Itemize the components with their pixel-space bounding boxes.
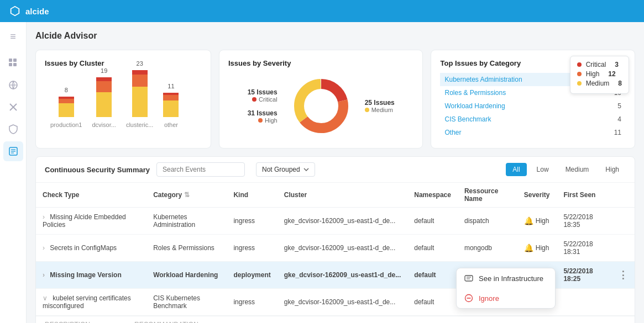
legend-critical: Critical 3	[577, 61, 622, 68]
context-infrastructure-label: See in Infrastructure	[479, 274, 543, 283]
bar-stack-3	[132, 70, 148, 117]
expand-icon-3[interactable]: ›	[43, 271, 45, 279]
col-namespace: Namespace	[407, 183, 458, 208]
legend-high: High 12	[577, 70, 622, 78]
filter-buttons: All Low Medium High	[506, 163, 626, 176]
desc-label: DESCRIPTION	[45, 321, 90, 323]
table-row[interactable]: › Secrets in ConfigMaps Roles & Permissi…	[36, 235, 635, 262]
sidebar-item-advisor[interactable]	[3, 141, 23, 161]
issues-by-category-card: Top Issues by Category Critical 3 High 1…	[431, 50, 635, 149]
context-see-infrastructure[interactable]: See in Infrastructure	[457, 268, 555, 288]
bar-critical-2	[96, 77, 112, 81]
right-labels: 25 Issues Medium	[365, 99, 395, 113]
infrastructure-icon	[464, 274, 473, 283]
page-title-row: Alcide Advisor	[35, 31, 635, 41]
integrations-icon	[8, 102, 18, 112]
sidebar-item-security[interactable]	[3, 119, 23, 139]
dashboard-icon	[8, 58, 18, 68]
bar-high-2	[96, 81, 112, 92]
col-category[interactable]: Category ⇅	[146, 183, 227, 208]
col-actions	[611, 183, 635, 208]
svg-rect-1	[13, 59, 17, 62]
bar-high-1	[59, 99, 74, 103]
bar-medium-1	[59, 103, 74, 117]
logo-icon	[9, 5, 21, 17]
sidebar-item-network[interactable]	[3, 75, 23, 95]
sidebar-item-menu[interactable]: ≡	[3, 27, 23, 46]
filter-medium-button[interactable]: Medium	[559, 163, 596, 176]
context-menu: See in Infrastructure Ignore	[456, 268, 556, 309]
cat-row-5[interactable]: Other 11	[440, 126, 626, 139]
col-severity: Severity	[517, 183, 557, 208]
row-actions-button[interactable]: ⋮	[618, 269, 628, 280]
sidebar: ≡	[0, 22, 27, 323]
sidebar-item-dashboard[interactable]	[3, 53, 23, 73]
severity-chart-title: Issues by Severity	[228, 59, 414, 67]
bar-group-2[interactable]: 19 dcvisor...	[92, 67, 116, 128]
svg-rect-0	[9, 59, 12, 62]
label-critical: 15 Issues Critical	[248, 88, 278, 103]
logo: alcide	[9, 5, 49, 17]
left-labels: 15 Issues Critical 31 Issues High	[248, 88, 278, 124]
legend-tooltip: Critical 3 High 12 Medium 8	[570, 56, 629, 94]
network-icon	[8, 80, 18, 90]
table-row[interactable]: › Missing Alcide Embedded Policies Kuber…	[36, 208, 635, 235]
expand-icon-2[interactable]: ›	[43, 244, 45, 252]
expand-icon-4[interactable]: ∨	[43, 294, 48, 302]
summary-title: Continuous Security Summary	[45, 166, 150, 174]
svg-rect-2	[9, 63, 12, 66]
topbar: alcide	[0, 0, 644, 22]
table-header: Check Type Category ⇅ Kind Cluster Names…	[36, 183, 635, 208]
advisor-icon	[8, 146, 18, 156]
bar-stack-1	[59, 97, 74, 117]
label-high: 31 Issues High	[248, 109, 278, 124]
svg-rect-16	[465, 276, 473, 281]
groupby-button[interactable]: Not Grouped	[256, 162, 315, 177]
page-title: Alcide Advisor	[35, 31, 97, 41]
col-resource: Ressource Name	[458, 183, 517, 208]
bar-stack-2	[96, 77, 112, 117]
bar-medium-4	[163, 100, 179, 117]
bar-medium-2	[96, 92, 112, 117]
filter-high-button[interactable]: High	[599, 163, 626, 176]
context-ignore-label: Ignore	[479, 294, 499, 303]
bar-high-3	[132, 75, 148, 87]
legend-medium: Medium 8	[577, 80, 622, 87]
bar-critical-3	[132, 70, 148, 75]
col-firstseen: First Seen	[557, 183, 611, 208]
bar-medium-3	[132, 87, 148, 117]
col-kind: Kind	[227, 183, 277, 208]
context-ignore[interactable]: Ignore	[457, 288, 555, 308]
bar-chart: 8 production1 19	[45, 73, 202, 128]
severity-high-2: 🔔 High	[524, 243, 551, 252]
cluster-chart-title: Issues by Cluster	[45, 59, 202, 67]
bar-group-1[interactable]: 8 production1	[50, 87, 82, 128]
filter-all-button[interactable]: All	[506, 163, 526, 176]
bar-group-4[interactable]: 11 other	[163, 83, 179, 128]
shield-icon	[8, 124, 18, 134]
svg-rect-3	[13, 63, 17, 66]
bar-stack-4	[163, 93, 179, 117]
charts-row: Issues by Cluster 8 production1	[35, 50, 635, 149]
cat-row-3[interactable]: Workload Hardening 5	[440, 99, 626, 113]
expand-icon-1[interactable]: ›	[43, 213, 45, 221]
logo-text: alcide	[25, 7, 49, 16]
bar-group-3[interactable]: 23 clusteric...	[126, 60, 154, 128]
chevron-down-icon	[303, 168, 309, 171]
summary-header: Continuous Security Summary Not Grouped …	[36, 157, 635, 183]
col-checktype: Check Type	[36, 183, 146, 208]
severity-high-1: 🔔 High	[524, 216, 551, 225]
bottom-bar: DESCRIPTION RECOMMANDATION	[36, 316, 635, 323]
groupby-label: Not Grouped	[262, 166, 300, 173]
col-cluster: Cluster	[278, 183, 407, 208]
sidebar-item-integrations[interactable]	[3, 97, 23, 117]
cat-row-4[interactable]: CIS Benchmark 4	[440, 113, 626, 126]
donut-chart	[291, 76, 352, 136]
label-medium: 25 Issues Medium	[365, 99, 395, 113]
bar-high-4	[163, 95, 179, 100]
rec-label: RECOMMANDATION	[134, 321, 198, 323]
issues-by-severity-card: Issues by Severity 15 Issues Critical 31…	[219, 50, 423, 149]
search-events-input[interactable]	[156, 162, 245, 177]
issues-by-cluster-card: Issues by Cluster 8 production1	[35, 50, 211, 149]
filter-low-button[interactable]: Low	[530, 163, 556, 176]
